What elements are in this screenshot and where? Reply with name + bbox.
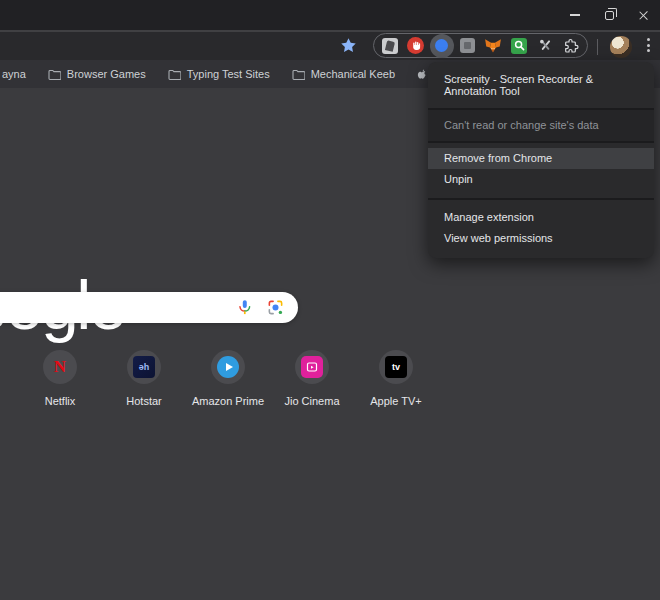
extension-menu-title: Screenity - Screen Recorder & Annotation… bbox=[428, 62, 654, 108]
extensions-puzzle-button[interactable] bbox=[561, 36, 581, 56]
bookmark-item-ayna[interactable]: ayna bbox=[2, 68, 26, 80]
minimize-button[interactable] bbox=[558, 0, 592, 30]
screenshot-extension-icon bbox=[382, 38, 398, 54]
shortcut-label: Hotstar bbox=[126, 395, 161, 407]
bookmark-star-button[interactable] bbox=[338, 35, 358, 55]
folder-icon bbox=[48, 69, 61, 80]
green-magnifier-icon bbox=[511, 38, 527, 54]
apple-icon bbox=[417, 68, 428, 81]
bookmark-label: Mechanical Keeb bbox=[311, 68, 395, 80]
menu-item-view-web-permissions[interactable]: View web permissions bbox=[428, 228, 654, 249]
shortcut-label: Amazon Prime bbox=[192, 395, 264, 407]
kebab-icon bbox=[647, 38, 650, 41]
bookmark-folder-typing-test-sites[interactable]: Typing Test Sites bbox=[168, 68, 270, 80]
shortcut-hotstar[interactable]: ǝh Hotstar bbox=[102, 350, 186, 407]
hotstar-icon: ǝh bbox=[133, 356, 155, 378]
google-search-bar[interactable] bbox=[0, 292, 298, 323]
shortcut-label: Jio Cinema bbox=[284, 395, 339, 407]
bookmark-label: Browser Games bbox=[67, 68, 146, 80]
bookmark-folder-browser-games[interactable]: Browser Games bbox=[48, 68, 146, 80]
profile-avatar[interactable] bbox=[610, 36, 632, 58]
blocker-extension-button[interactable] bbox=[406, 36, 426, 56]
extension-context-menu: Screenity - Screen Recorder & Annotation… bbox=[428, 62, 654, 258]
shortcut-tiles: N Netflix ǝh Hotstar Amazon Prime Jio Ci… bbox=[18, 350, 438, 407]
restore-button[interactable] bbox=[592, 0, 626, 30]
jio-cinema-icon bbox=[301, 356, 323, 378]
extensions-puzzle-icon bbox=[563, 38, 579, 54]
bookmark-label: Typing Test Sites bbox=[187, 68, 270, 80]
chrome-menu-button[interactable] bbox=[638, 35, 658, 55]
extensions-container bbox=[373, 33, 588, 58]
window-controls bbox=[558, 0, 660, 30]
folder-icon bbox=[168, 69, 181, 80]
menu-item-remove-from-chrome[interactable]: Remove from Chrome bbox=[428, 148, 654, 169]
bookmark-star-icon bbox=[340, 37, 357, 54]
gray-square-extension-icon bbox=[460, 38, 475, 53]
window-titlebar bbox=[0, 0, 660, 30]
shortcut-label: Apple TV+ bbox=[370, 395, 421, 407]
menu-item-manage-extension[interactable]: Manage extension bbox=[428, 207, 654, 228]
netflix-icon: N bbox=[54, 357, 66, 377]
shortcut-apple-tv[interactable]: tv Apple TV+ bbox=[354, 350, 438, 407]
extension-site-access-status: Can't read or change site's data bbox=[428, 110, 654, 141]
bookmark-folder-mechanical-keeb[interactable]: Mechanical Keeb bbox=[292, 68, 395, 80]
apple-tv-icon: tv bbox=[385, 356, 407, 378]
screenity-extension-button[interactable] bbox=[432, 36, 452, 56]
close-icon bbox=[638, 10, 649, 21]
metamask-extension-button[interactable] bbox=[483, 36, 503, 56]
shortcut-jio-cinema[interactable]: Jio Cinema bbox=[270, 350, 354, 407]
bookmark-label: ayna bbox=[2, 68, 26, 80]
shortcut-netflix[interactable]: N Netflix bbox=[18, 350, 102, 407]
folder-icon bbox=[292, 69, 305, 80]
gray-square-extension-button[interactable] bbox=[458, 36, 478, 56]
shortcut-label: Netflix bbox=[45, 395, 76, 407]
screenshot-extension-button[interactable] bbox=[380, 36, 400, 56]
prime-video-icon bbox=[217, 356, 239, 378]
metamask-fox-icon bbox=[484, 37, 502, 55]
blocker-hand-icon bbox=[407, 37, 424, 54]
google-lens-icon[interactable] bbox=[267, 299, 284, 316]
toolbar-separator bbox=[597, 39, 598, 55]
green-search-extension-button[interactable] bbox=[509, 36, 529, 56]
voice-search-mic-icon[interactable] bbox=[236, 299, 253, 316]
restore-icon bbox=[605, 11, 614, 20]
tools-icon bbox=[538, 38, 553, 53]
shortcut-amazon-prime[interactable]: Amazon Prime bbox=[186, 350, 270, 407]
minimize-icon bbox=[570, 14, 580, 16]
close-button[interactable] bbox=[626, 0, 660, 30]
menu-item-unpin[interactable]: Unpin bbox=[428, 169, 654, 190]
browser-toolbar bbox=[0, 30, 660, 60]
tools-extension-button[interactable] bbox=[535, 36, 555, 56]
